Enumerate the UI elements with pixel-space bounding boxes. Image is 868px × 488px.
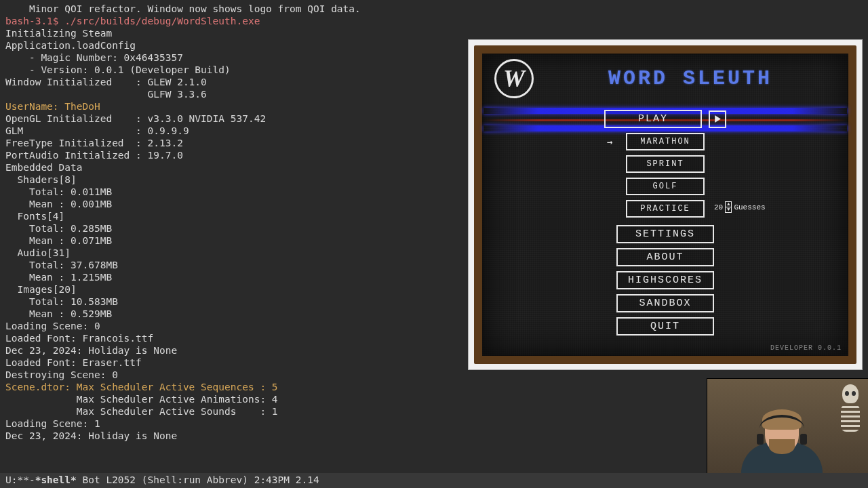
marathon-button[interactable]: MARATHON [626, 133, 705, 150]
practice-button[interactable]: PRACTICE [626, 200, 705, 218]
webcam-overlay [707, 378, 868, 473]
sandbox-button[interactable]: SANDBOX [616, 294, 714, 312]
streamer-figure [741, 399, 823, 473]
guesses-setting: 20 ▲ ▼ Guesses [714, 201, 766, 213]
terminal-line: Minor QOI refactor. Window now shows log… [5, 3, 863, 15]
game-title: WORD SLEUTH [608, 67, 772, 90]
emacs-statusbar: U:**-*shell* Bot L2052 (Shell:run Abbrev… [0, 473, 868, 488]
chalkboard-frame: W WORD SLEUTH PLAY → MARATHON [474, 45, 856, 364]
version-badge: DEVELOPER 0.0.1 [770, 344, 842, 352]
game-window[interactable]: W WORD SLEUTH PLAY → MARATHON [468, 39, 863, 370]
guesses-label: Guesses [734, 203, 765, 211]
statusbar-left: U:**- [5, 474, 35, 485]
guesses-stepper[interactable]: ▲ ▼ [725, 201, 732, 213]
guesses-value: 20 [714, 203, 723, 211]
golf-button[interactable]: GOLF [626, 178, 705, 195]
terminal-line: Initializing Steam [5, 27, 863, 39]
play-icon [714, 115, 722, 123]
terminal-line: bash-3.1$ ./src/builds/debug/WordSleuth.… [5, 15, 863, 27]
chalkboard-surface: W WORD SLEUTH PLAY → MARATHON [482, 54, 848, 356]
settings-button[interactable]: SETTINGS [616, 225, 714, 243]
quit-button[interactable]: QUIT [616, 317, 714, 336]
statusbar-buffer: *shell* [35, 474, 77, 485]
statusbar-right: Bot L2052 (Shell:run Abbrev) 2:43PM 2.14 [77, 474, 319, 485]
play-button[interactable]: PLAY [604, 110, 702, 128]
stepper-down-icon[interactable]: ▼ [726, 207, 731, 212]
game-logo: W [494, 59, 534, 98]
play-icon-button[interactable] [709, 110, 726, 128]
svg-marker-0 [715, 115, 721, 123]
sprint-button[interactable]: SPRINT [626, 155, 705, 173]
about-button[interactable]: ABOUT [616, 248, 714, 266]
selection-arrow-icon: → [607, 136, 612, 147]
skeleton-prop [837, 384, 864, 472]
highscores-button[interactable]: HIGHSCORES [616, 271, 714, 289]
